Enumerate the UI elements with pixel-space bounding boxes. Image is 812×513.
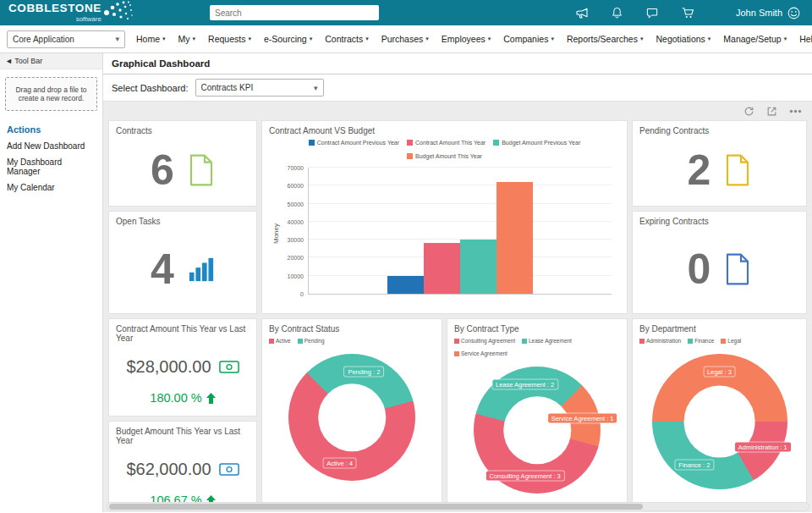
legend-swatch-icon [407,153,413,159]
chart-title: By Contract Type [447,319,627,335]
brand-subtitle: software [8,15,102,23]
nav-item-help[interactable]: Help▾ [799,34,812,44]
action-my-dashboard-manager[interactable]: My Dashboard Manager [0,154,102,179]
pending-contracts-count: 2 [688,149,711,191]
page-title: Graphical Dashboard [103,53,812,74]
nav-item-contracts[interactable]: Contracts▾ [325,34,368,44]
widget-toolbar [103,102,812,117]
donut-chart-contract-type[interactable]: Consulting Agreement : 3Lease Agreement … [474,367,601,494]
card-budget-amount: Budget Amount This Year vs Last Year $62… [108,421,257,508]
export-icon[interactable] [766,106,777,117]
application-selector-value: Core Application [13,35,74,44]
user-name: John Smith [736,8,782,18]
bar-budget-amount-previous-year [460,240,497,294]
nav-item-my[interactable]: My▾ [178,34,196,44]
chevron-down-icon: ▾ [248,36,251,42]
file-dropzone[interactable]: Drag and drop a file to create a new rec… [5,77,97,111]
nav-item-e-sourcing[interactable]: e-Sourcing▾ [264,34,312,44]
application-selector[interactable]: Core Application [7,30,125,48]
legend-swatch-icon [688,339,693,344]
dashboard-grid: Contracts 6 Contract Amount VS Budget Co… [103,117,812,512]
toolbar-label: Tool Bar [14,57,42,65]
money-icon [219,462,239,477]
trend-up-icon [206,393,216,404]
left-sidebar: ◄ Tool Bar Drag and drop a file to creat… [0,53,103,512]
nav-item-negotiations[interactable]: Negotiations▾ [656,34,710,44]
nav-item-requests[interactable]: Requests▾ [208,34,251,44]
action-my-calendar[interactable]: My Calendar [0,179,102,196]
nav-item-companies[interactable]: Companies▾ [503,34,554,44]
search-input[interactable] [210,5,379,20]
nav-item-home[interactable]: Home▾ [136,34,166,44]
money-icon [219,360,239,374]
actions-heading: Actions [0,119,102,138]
sidebar-actions: Add New DashboardMy Dashboard ManagerMy … [0,138,102,196]
notifications-bell-icon[interactable] [611,6,623,19]
scrollbar-thumb[interactable] [109,504,643,510]
legend-item-finance: Finance [688,338,714,344]
slice-label-lease-agreement: Lease Agreement : 2 [492,380,557,389]
legend-swatch-icon [721,339,726,344]
sync-icon[interactable] [743,106,754,117]
shopping-cart-icon[interactable] [681,6,695,19]
toolbar-collapse[interactable]: ◄ Tool Bar [0,53,102,69]
legend-swatch-icon [298,339,303,344]
slice-label-active: Active : 4 [323,458,356,467]
more-options-icon[interactable] [789,109,802,113]
slice-label-legal: Legal : 3 [704,367,735,376]
logo-starburst-icon [103,1,134,21]
bar-plot: 010000200003000040000500006000070000 [308,168,612,295]
donut-chart-department[interactable]: Administration : 1Finance : 2Legal : 3 [652,354,787,489]
y-tick-label: 30000 [270,237,304,243]
chevron-down-icon: ▾ [193,36,196,42]
user-menu[interactable]: John Smith [736,7,800,19]
card-title: Pending Contracts [633,121,806,137]
chevron-down-icon: ▾ [784,36,787,42]
card-title: Budget Amount This Year vs Last Year [109,422,256,447]
slice-label-pending: Pending : 2 [344,367,383,377]
chart-title: By Contract Status [262,319,442,335]
chevron-down-icon: ▾ [708,36,711,42]
legend-item-contract-amount-this-year: Contract Amount This Year [407,140,486,146]
legend-swatch-icon [269,339,274,344]
nav-item-manage-setup[interactable]: Manage/Setup▾ [723,34,787,44]
nav-item-purchases[interactable]: Purchases▾ [381,34,429,44]
announcements-icon[interactable] [575,6,589,19]
kpi-card-pending-contracts: Pending Contracts 2 [632,120,807,207]
y-tick-label: 50000 [270,201,304,207]
bar-budget-amount-this-year [497,182,533,294]
budget-amount-value: $62,000.00 [126,460,211,479]
card-title: Contract Amount This Year vs Last Year [109,319,256,345]
document-icon [188,154,215,186]
top-header-bar: COBBLESTONE software John Smith [0,0,812,25]
action-add-new-dashboard[interactable]: Add New Dashboard [0,138,102,154]
legend-item-budget-amount-this-year: Budget Amount This Year [407,153,482,159]
nav-item-employees[interactable]: Employees▾ [442,34,491,44]
contract-amount-percent: 180.00 % [150,391,201,405]
donut-hole [318,383,386,451]
y-tick-label: 70000 [270,165,304,171]
slice-label-service-agreement: Service Agreement : 1 [548,413,617,422]
chevron-down-icon: ▾ [365,36,369,42]
donut-chart-contract-status[interactable]: Active : 4Pending : 2 [288,354,415,481]
chevron-down-icon: ▾ [488,36,491,42]
collapse-arrow-icon: ◄ [5,57,13,65]
messages-chat-icon[interactable] [645,7,659,19]
legend-item-consulting-agreement: Consulting Agreement [454,338,515,344]
y-tick-label: 60000 [270,183,304,189]
bar-contract-amount-previous-year [387,276,424,294]
horizontal-scrollbar[interactable] [106,502,809,511]
y-tick-label: 10000 [270,273,304,279]
kpi-card-open-tasks: Open Tasks 4 [108,211,257,314]
card-title: Contracts [109,121,256,137]
nav-items: Home▾My▾Requests▾e-Sourcing▾Contracts▾Pu… [136,34,812,44]
legend-swatch-icon [407,140,413,146]
slice-label-finance: Finance : 2 [675,461,713,470]
chart-title: Contract Amount VS Budget [262,121,627,137]
document-icon [724,154,751,186]
cobblestone-logo[interactable]: COBBLESTONE software [8,3,210,23]
dashboard-selector[interactable]: Contracts KPI [195,79,324,97]
bar-contract-amount-this-year [424,243,460,294]
nav-item-reports-searches[interactable]: Reports/Searches▾ [567,34,644,44]
y-tick-label: 0 [270,291,304,297]
